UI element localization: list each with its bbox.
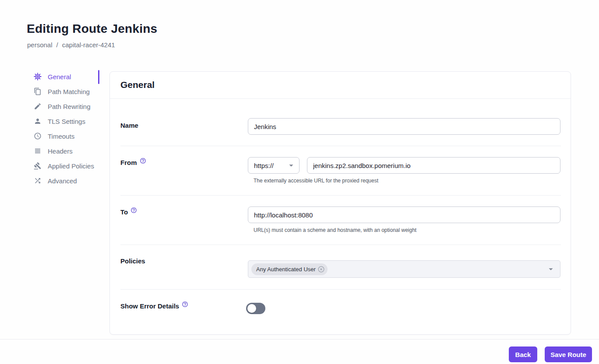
row-divider [120,289,561,290]
sidebar-item-label: TLS Settings [48,118,85,125]
help-circle-icon[interactable] [140,158,146,164]
copy-icon [34,88,42,95]
list-lines-icon [34,147,42,155]
caret-down-icon [546,264,556,274]
field-label-text: Show Error Details [120,302,179,310]
show-error-details-toggle[interactable] [246,303,265,314]
from-scheme-select[interactable]: https:// [248,157,300,174]
sidebar-item-label: Headers [48,147,73,155]
breadcrumb-project[interactable]: capital-racer-4241 [62,41,115,49]
field-label-text: From [120,159,137,166]
field-label-text: Policies [120,257,145,265]
sidebar-item-label: Path Rewriting [48,103,91,110]
sidebar-item-path-rewriting[interactable]: Path Rewriting [33,99,99,114]
field-label-text: To [120,208,128,216]
footer-divider [0,339,599,340]
shuffle-icon [34,177,42,185]
row-divider [120,195,561,196]
name-field-label: Name [120,122,138,129]
sidebar-item-label: Applied Policies [48,162,94,170]
sidebar-item-headers[interactable]: Headers [33,144,99,158]
name-input[interactable] [248,118,560,135]
sidebar-item-timeouts[interactable]: Timeouts [33,129,99,144]
route-settings-nav: General Path Matching Path Rewriting TLS… [33,69,99,188]
clock-icon [34,132,42,140]
sidebar-item-label: Advanced [48,177,77,185]
sidebar-item-label: Path Matching [48,88,90,95]
page-title: Editing Route Jenkins [27,22,157,36]
active-tab-indicator [98,70,99,84]
policies-field-label: Policies [120,257,145,265]
general-panel: General Name From https:// The externall… [109,71,571,335]
to-field-label: To [120,208,137,216]
breadcrumb-org[interactable]: personal [27,41,53,49]
row-divider [120,146,561,146]
policy-chip: Any Authenticated User [251,263,328,275]
pencil-icon [34,102,42,110]
policies-multiselect[interactable]: Any Authenticated User [248,260,560,278]
circle-x-icon[interactable] [317,266,325,273]
back-button[interactable]: Back [509,346,537,362]
help-circle-icon[interactable] [130,207,137,214]
gear-icon [34,73,42,80]
to-helper-text: URL(s) must contain a scheme and hostnam… [254,227,416,233]
gavel-icon [34,162,42,170]
show-error-details-label: Show Error Details [120,302,188,310]
save-route-button[interactable]: Save Route [545,346,592,362]
from-field-label: From [120,159,146,166]
help-circle-icon[interactable] [182,301,188,308]
policy-chip-label: Any Authenticated User [256,266,316,273]
from-helper-text: The externally accessible URL for the pr… [254,178,378,184]
sidebar-item-path-matching[interactable]: Path Matching [33,84,99,99]
panel-header: General [110,72,571,99]
toggle-knob [247,304,256,313]
from-scheme-value: https:// [254,162,274,169]
sidebar-item-advanced[interactable]: Advanced [33,173,99,188]
sidebar-item-tls-settings[interactable]: TLS Settings [33,114,99,129]
sidebar-item-general[interactable]: General [33,69,99,84]
route-editor-page: Editing Route Jenkins personal / capital… [0,0,599,364]
from-url-input[interactable] [307,157,560,174]
breadcrumb-separator: / [56,41,58,49]
field-label-text: Name [120,122,138,129]
to-url-input[interactable] [248,206,560,223]
person-icon [34,117,42,125]
sidebar-item-applied-policies[interactable]: Applied Policies [33,158,99,173]
caret-down-icon [286,161,296,170]
row-divider [120,245,561,245]
sidebar-item-label: Timeouts [48,133,74,140]
sidebar-item-label: General [48,73,71,80]
panel-title: General [120,80,155,90]
breadcrumb: personal / capital-racer-4241 [27,41,115,49]
